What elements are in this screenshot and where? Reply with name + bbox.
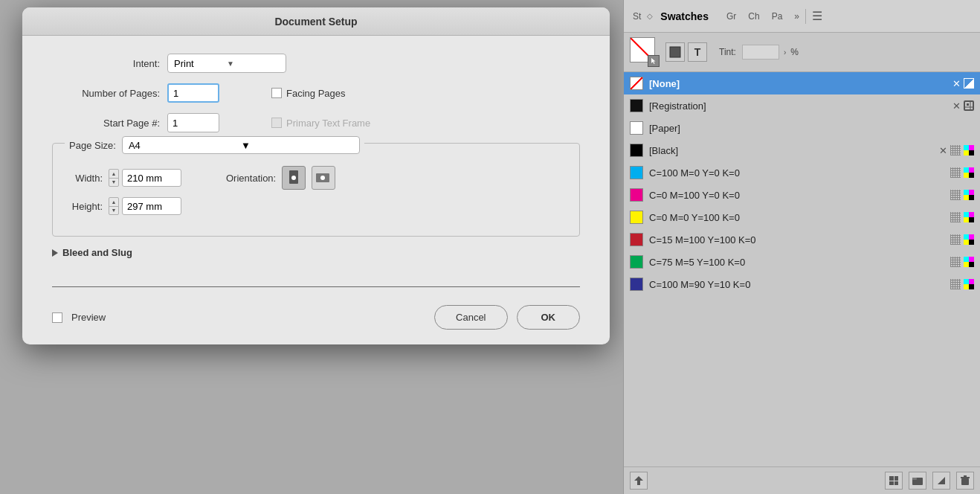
- trash-icon: [960, 475, 970, 486]
- width-input[interactable]: 210 mm: [122, 169, 181, 187]
- facing-pages-checkbox[interactable]: [271, 88, 282, 98]
- primary-text-row: Primary Text Frame: [271, 118, 370, 129]
- registration-target-icon: [964, 100, 974, 111]
- swatch-name: C=100 M=0 Y=0 K=0: [649, 167, 950, 179]
- num-pages-input[interactable]: 1: [167, 83, 219, 103]
- dialog-footer: Preview Cancel OK: [22, 295, 610, 344]
- new-mixed-ink-button[interactable]: [932, 472, 950, 490]
- swatches-list: [None]✕[Registration]✕[Paper][Black]✕C=1…: [624, 72, 980, 466]
- panel-expand-icon[interactable]: »: [791, 8, 802, 25]
- width-label: Width:: [68, 173, 109, 184]
- swatch-name: [Paper]: [649, 123, 974, 134]
- intent-row: Intent: Print ▼: [52, 54, 580, 73]
- height-down[interactable]: ▼: [109, 207, 118, 215]
- cursor-icon: [650, 57, 657, 65]
- start-page-input[interactable]: 1: [167, 113, 219, 132]
- tab-gr[interactable]: Gr: [721, 8, 742, 25]
- swatch-row[interactable]: [Black]✕: [624, 139, 980, 161]
- intent-value: Print: [174, 58, 227, 69]
- height-spinner-arrows[interactable]: ▲ ▼: [109, 197, 119, 215]
- new-tint-button[interactable]: [909, 472, 926, 490]
- page-size-dropdown-arrow: ▼: [241, 140, 353, 151]
- swatch-name: C=100 M=90 Y=10 K=0: [649, 279, 950, 290]
- orientation-section: Orientation:: [226, 166, 335, 190]
- scissors-icon: ✕: [952, 78, 961, 89]
- width-down[interactable]: ▼: [109, 179, 118, 187]
- swatch-none-color: [630, 77, 643, 90]
- grid-pattern-icon: [950, 167, 961, 178]
- swatch-row[interactable]: C=100 M=90 Y=10 K=0: [624, 273, 980, 295]
- width-spinner: ▲ ▼ 210 mm: [109, 169, 181, 187]
- dialog-divider: [52, 286, 580, 287]
- tab-swatches[interactable]: Swatches: [654, 7, 715, 25]
- page-size-legend: Page Size: A4 ▼: [65, 136, 364, 154]
- swatches-panel: St ◇ Swatches Gr Ch Pa » ☰: [623, 0, 980, 494]
- swatch-name: [Black]: [649, 145, 939, 156]
- document-setup-dialog: Document Setup Intent: Print ▼ Number of…: [22, 7, 610, 344]
- dialog-body: Intent: Print ▼ Number of Pages: 1 Facin…: [22, 36, 610, 286]
- swatch-row[interactable]: [None]✕: [624, 72, 980, 94]
- cursor-overlay: [648, 55, 660, 67]
- swatch-action-icons: ✕: [952, 100, 974, 112]
- arrow-icon: [633, 475, 645, 487]
- height-up[interactable]: ▲: [109, 198, 118, 207]
- orientation-label: Orientation:: [226, 173, 276, 184]
- new-color-group-button[interactable]: [630, 472, 648, 490]
- swatch-color-block: [630, 278, 643, 291]
- swatch-paper-color: [630, 121, 643, 135]
- swatch-name: [None]: [649, 78, 952, 89]
- new-color-swatch-button[interactable]: [885, 472, 903, 490]
- fill-mode-button[interactable]: [665, 42, 685, 62]
- svg-rect-10: [912, 478, 917, 480]
- tab-ch[interactable]: Ch: [742, 8, 765, 25]
- panel-menu-icon[interactable]: ☰: [809, 6, 825, 26]
- swatch-color-block: [630, 255, 643, 269]
- swatch-row[interactable]: C=100 M=0 Y=0 K=0: [624, 161, 980, 184]
- width-spinner-arrows[interactable]: ▲ ▼: [109, 169, 119, 187]
- bleed-slug-row[interactable]: Bleed and Slug: [52, 247, 580, 258]
- none-swatch-icon[interactable]: [630, 37, 660, 67]
- text-mode-button[interactable]: T: [688, 42, 707, 62]
- preview-checkbox[interactable]: [52, 312, 62, 323]
- delete-swatch-button[interactable]: [956, 472, 974, 490]
- tint-input[interactable]: [742, 45, 779, 60]
- start-page-row: Start Page #: 1 Primary Text Frame: [52, 113, 580, 132]
- folder-icon: [912, 475, 923, 486]
- swatch-row[interactable]: C=0 M=0 Y=100 K=0: [624, 206, 980, 228]
- width-up[interactable]: ▲: [109, 170, 118, 179]
- swatch-row[interactable]: [Registration]✕: [624, 94, 980, 117]
- swatch-action-icons: [950, 167, 974, 178]
- panel-tabs: St ◇ Swatches Gr Ch Pa » ☰: [624, 0, 980, 33]
- height-spinner: ▲ ▼ 297 mm: [109, 197, 181, 215]
- fill-icon: [668, 45, 682, 59]
- dialog-titlebar: Document Setup: [22, 7, 610, 36]
- tab-pa[interactable]: Pa: [766, 8, 789, 25]
- intent-select[interactable]: Print ▼: [167, 54, 286, 73]
- grid-pattern-icon: [950, 145, 961, 155]
- page-size-value: A4: [129, 140, 241, 151]
- page-size-label: Page Size:: [69, 140, 116, 151]
- primary-text-checkbox[interactable]: [271, 118, 282, 128]
- swatch-action-icons: ✕: [939, 145, 974, 156]
- portrait-button[interactable]: [282, 166, 306, 190]
- page-size-select[interactable]: A4 ▼: [122, 136, 360, 154]
- svg-rect-13: [964, 475, 967, 477]
- swatch-row[interactable]: C=75 M=5 Y=100 K=0: [624, 251, 980, 273]
- swatch-row[interactable]: [Paper]: [624, 117, 980, 139]
- intent-label: Intent:: [52, 58, 167, 69]
- swatch-action-icons: [950, 234, 974, 245]
- swatch-action-icons: [950, 279, 974, 289]
- height-input[interactable]: 297 mm: [122, 197, 181, 215]
- tab-st[interactable]: St: [627, 8, 647, 25]
- swatch-color-block: [630, 188, 643, 202]
- swatch-row[interactable]: C=0 M=100 Y=0 K=0: [624, 184, 980, 206]
- ok-button[interactable]: OK: [517, 305, 581, 330]
- swatch-row[interactable]: C=15 M=100 Y=100 K=0: [624, 228, 980, 251]
- landscape-button[interactable]: [312, 166, 335, 190]
- preview-label: Preview: [71, 312, 106, 323]
- scissors-icon: ✕: [939, 145, 947, 156]
- grid-pattern-icon: [950, 279, 961, 289]
- cancel-button[interactable]: Cancel: [434, 305, 507, 330]
- svg-point-1: [291, 176, 296, 180]
- cmyk-icon: [964, 190, 974, 200]
